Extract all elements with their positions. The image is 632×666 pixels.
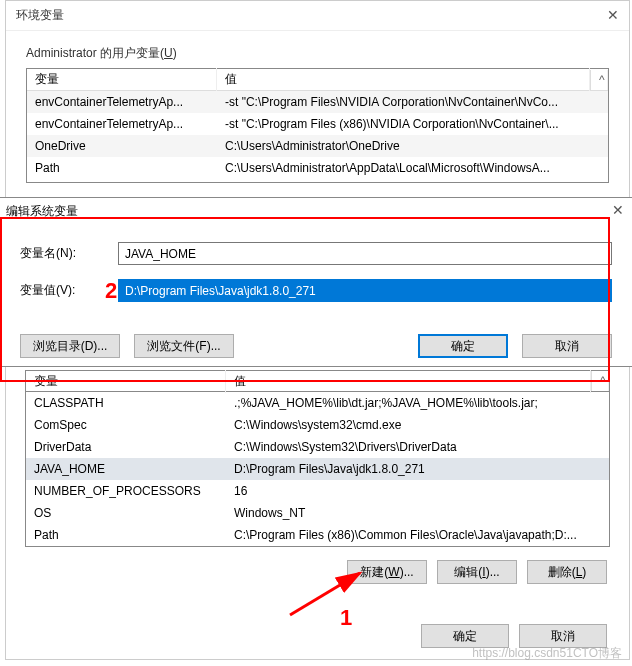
var-value-row: 变量值(V):	[20, 279, 612, 302]
edit-form: 变量名(N): 变量值(V):	[0, 224, 632, 326]
var-name-input[interactable]	[118, 242, 612, 265]
var-name-label: 变量名(N):	[20, 245, 118, 262]
table-row[interactable]: Path C:\Program Files (x86)\Common Files…	[26, 524, 609, 546]
dialog1-titlebar: 环境变量 ✕	[6, 1, 629, 31]
table-row[interactable]: CLASSPATH .;%JAVA_HOME%\lib\dt.jar;%JAVA…	[26, 392, 609, 414]
new-button[interactable]: 新建(W)...	[347, 560, 427, 584]
close-icon[interactable]: ✕	[612, 202, 624, 218]
var-value-input[interactable]	[118, 279, 612, 302]
edit-sys-var-dialog: 编辑系统变量 ✕ 变量名(N): 变量值(V): 浏览目录(D)... 浏览文件…	[0, 197, 632, 367]
col-value-header[interactable]: 值	[217, 68, 590, 91]
sys-vars-buttons: 新建(W)... 编辑(I)... 删除(L)	[347, 560, 607, 584]
ok-button[interactable]: 确定	[418, 334, 508, 358]
table-row[interactable]: NUMBER_OF_PROCESSORS 16	[26, 480, 609, 502]
system-vars-table[interactable]: 变量 值 ^ CLASSPATH .;%JAVA_HOME%\lib\dt.ja…	[25, 370, 610, 547]
delete-button[interactable]: 删除(L)	[527, 560, 607, 584]
chevron-up-icon[interactable]: ^	[591, 371, 609, 391]
browse-file-button[interactable]: 浏览文件(F)...	[134, 334, 234, 358]
col-variable-header[interactable]: 变量	[26, 370, 226, 393]
var-value-label: 变量值(V):	[20, 282, 118, 299]
user-vars-table[interactable]: 变量 值 ^ envContainerTelemetryAp... -st "C…	[26, 68, 609, 183]
sys-table-body: CLASSPATH .;%JAVA_HOME%\lib\dt.jar;%JAVA…	[25, 392, 610, 547]
dialog2-titlebar: 编辑系统变量 ✕	[0, 198, 632, 224]
table-row[interactable]: OneDrive C:\Users\Administrator\OneDrive	[27, 135, 608, 157]
table-row[interactable]: Path C:\Users\Administrator\AppData\Loca…	[27, 157, 608, 179]
user-table-body: envContainerTelemetryAp... -st "C:\Progr…	[27, 91, 608, 179]
watermark: https://blog.csdn51CTO博客	[472, 645, 622, 662]
table-row[interactable]: JAVA_HOME D:\Program Files\Java\jdk1.8.0…	[26, 458, 609, 480]
dialog2-buttons: 浏览目录(D)... 浏览文件(F)... 确定 取消	[0, 326, 632, 358]
cancel-button[interactable]: 取消	[522, 334, 612, 358]
dialog2-title: 编辑系统变量	[6, 203, 78, 220]
table-row[interactable]: DriverData C:\Windows\System32\Drivers\D…	[26, 436, 609, 458]
col-value-header[interactable]: 值	[226, 370, 591, 393]
col-variable-header[interactable]: 变量	[27, 68, 217, 91]
chevron-up-icon[interactable]: ^	[590, 70, 608, 90]
dialog1-title: 环境变量	[16, 7, 64, 24]
edit-button[interactable]: 编辑(I)...	[437, 560, 517, 584]
var-name-row: 变量名(N):	[20, 242, 612, 265]
table-row[interactable]: OS Windows_NT	[26, 502, 609, 524]
table-row[interactable]: envContainerTelemetryAp... -st "C:\Progr…	[27, 91, 608, 113]
sys-table-header: 变量 值 ^	[25, 370, 610, 392]
table-row[interactable]: ComSpec C:\Windows\system32\cmd.exe	[26, 414, 609, 436]
close-icon[interactable]: ✕	[607, 7, 619, 23]
table-row[interactable]: envContainerTelemetryAp... -st "C:\Progr…	[27, 113, 608, 135]
user-vars-label: Administrator 的用户变量(U)	[6, 31, 629, 68]
user-table-header: 变量 值 ^	[27, 69, 608, 91]
browse-dir-button[interactable]: 浏览目录(D)...	[20, 334, 120, 358]
